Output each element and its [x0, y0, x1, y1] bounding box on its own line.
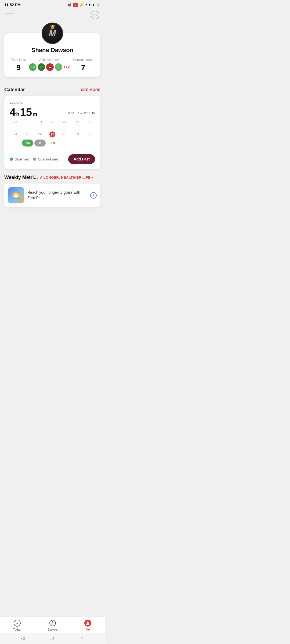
- pill-24: [10, 140, 21, 147]
- legend-goal-not-met-label: Goal not met: [38, 157, 58, 161]
- achievements-stat: Achievements ✓✓ ✓ ● ✓ +12: [29, 58, 70, 71]
- achievements-extra: +12: [63, 65, 70, 69]
- avatar[interactable]: 👑 M: [42, 23, 63, 44]
- weekly-metrics-section: Weekly Metri... A LONGER, HEALTHIER LIFE…: [0, 169, 105, 184]
- status-icons: 📹 ▶ 🔑 ✦ ▾ ▲ 🔋: [67, 3, 100, 7]
- avatar-letter: M: [49, 28, 56, 38]
- day-28-num: 28: [63, 131, 66, 137]
- badge-1: ✓✓: [29, 63, 37, 71]
- day-18-num: 18: [26, 119, 29, 125]
- crown-decoration: 👑: [50, 24, 55, 29]
- cal-day-24: 24: [10, 131, 21, 137]
- day-23-num: 23: [88, 119, 91, 125]
- week2-pills-row: 28h 3h 🌙 0h: [10, 140, 95, 147]
- day-19-num: 19: [38, 119, 42, 125]
- day-25-num: 25: [26, 131, 29, 137]
- video-icon: 📹: [67, 3, 71, 7]
- longevity-image: 🌅: [8, 187, 24, 203]
- calendar-footer: Goal met Goal not met Add Fast: [10, 154, 95, 164]
- cal-day-20: 20: [47, 119, 58, 125]
- cal-day-25: 25: [22, 131, 33, 137]
- pill-25: 28h: [22, 140, 33, 147]
- calendar-title: Calendar: [4, 87, 25, 93]
- info-icon[interactable]: i: [90, 192, 97, 199]
- legend-goal-met: Goal met: [10, 157, 29, 161]
- legend-green-dot: [10, 158, 13, 161]
- cal-day-19: 19: [34, 119, 46, 125]
- avatar-inner: 👑 M: [42, 23, 62, 43]
- total-fasts-stat: Total fasts 9: [11, 58, 26, 72]
- pill-27: 🌙 0h: [47, 140, 58, 147]
- week1-row: 17 18 19 20 21 22 23: [10, 119, 95, 125]
- cal-day-30: 30: [84, 131, 95, 137]
- pill-30: [84, 140, 95, 147]
- bluetooth-icon: ✦: [85, 3, 88, 7]
- cal-day-27: 27: [47, 131, 58, 137]
- cal-day-18: 18: [22, 119, 33, 125]
- day-22-num: 22: [75, 119, 79, 125]
- pill-28: [59, 140, 70, 147]
- day-20-num: 20: [50, 119, 54, 125]
- achievements-label: Achievements: [39, 58, 59, 62]
- filter-line-1: [5, 13, 14, 13]
- weekly-metrics-header: Weekly Metri... A LONGER, HEALTHIER LIFE…: [4, 175, 100, 180]
- signal-icon: ▲: [92, 3, 95, 7]
- legend-goal-not-met: Goal not met: [33, 157, 58, 161]
- avg-m-unit: m: [32, 111, 37, 117]
- stats-row: Total fasts 9 Achievements ✓✓ ✓ ● ✓ +12 …: [10, 58, 95, 72]
- calendar-legend: Goal met Goal not met: [10, 157, 58, 161]
- day-17-num: 17: [13, 119, 17, 125]
- cal-day-22: 22: [71, 119, 83, 125]
- pill-29: [71, 140, 83, 147]
- legend-goal-met-label: Goal met: [15, 157, 29, 161]
- cal-day-29: 29: [71, 131, 83, 137]
- cal-day-23: 23: [84, 119, 95, 125]
- week2-days-row: 24 25 26 27 28 29 30: [10, 131, 95, 137]
- legend-gray-dot: [33, 158, 36, 161]
- top-bar: ⚙: [0, 9, 105, 23]
- achievements-badges: ✓✓ ✓ ● ✓ +12: [29, 63, 70, 71]
- status-time: 11:52 PM: [4, 3, 21, 7]
- total-fasts-label: Total fasts: [11, 58, 26, 62]
- cal-day-17: 17: [10, 119, 21, 125]
- cal-day-26: 26: [34, 131, 46, 137]
- longevity-text: Reach your longevity goals with Zero Plu…: [27, 190, 87, 200]
- moon-icon: 🌙: [49, 142, 52, 144]
- weekly-metrics-subtitle: A LONGER, HEALTHIER LIFE ▾: [40, 175, 93, 180]
- profile-section: 👑 M Shane Dawson Total fasts 9 Achieveme…: [0, 23, 105, 82]
- day-24-num: 24: [13, 131, 17, 137]
- filter-line-3: [5, 17, 9, 17]
- badge-4: ✓: [55, 63, 62, 71]
- see-more-button[interactable]: SEE MORE: [81, 88, 100, 92]
- day-30-num: 30: [88, 131, 91, 137]
- pill-27-text: 0h: [53, 142, 56, 144]
- badge-2: ✓: [38, 63, 45, 71]
- filter-line-2: [5, 15, 11, 15]
- wifi-icon: ▾: [89, 3, 90, 7]
- weekly-subtitle-text: A LONGER, HEALTHIER LIFE: [40, 175, 90, 180]
- weekly-metrics-title: Weekly Metri...: [4, 175, 38, 180]
- day-21-num: 21: [63, 119, 66, 125]
- day-26-num: 26: [38, 131, 42, 137]
- add-fast-button[interactable]: Add Fast: [68, 154, 95, 164]
- day-29-num: 29: [75, 131, 79, 137]
- record-icon: ▶: [73, 3, 78, 7]
- settings-button[interactable]: ⚙: [91, 11, 99, 19]
- badge-3: ●: [46, 63, 54, 71]
- calendar-card: Average 4 h 15 m Mar 17 – Mar 30 17 18 1…: [4, 96, 100, 169]
- calendar-section-header: Calendar SEE MORE: [0, 82, 105, 96]
- battery-icon: 🔋: [96, 3, 100, 7]
- profile-name: Shane Dawson: [10, 47, 95, 54]
- cal-day-28: 28: [59, 131, 70, 137]
- avg-hours: 4: [10, 106, 16, 118]
- chevron-down-icon[interactable]: ▾: [91, 176, 93, 180]
- day-27-num: 27: [49, 131, 55, 137]
- avg-minutes: 15: [20, 106, 32, 118]
- filter-button[interactable]: [5, 11, 14, 19]
- key-icon: 🔑: [79, 3, 84, 7]
- longevity-card: 🌅 Reach your longevity goals with Zero P…: [4, 184, 100, 207]
- current-streak-value: 7: [81, 63, 85, 72]
- cal-day-21: 21: [59, 119, 70, 125]
- calendar-grid: 17 18 19 20 21 22 23 24: [10, 119, 95, 147]
- total-fasts-value: 9: [16, 63, 21, 72]
